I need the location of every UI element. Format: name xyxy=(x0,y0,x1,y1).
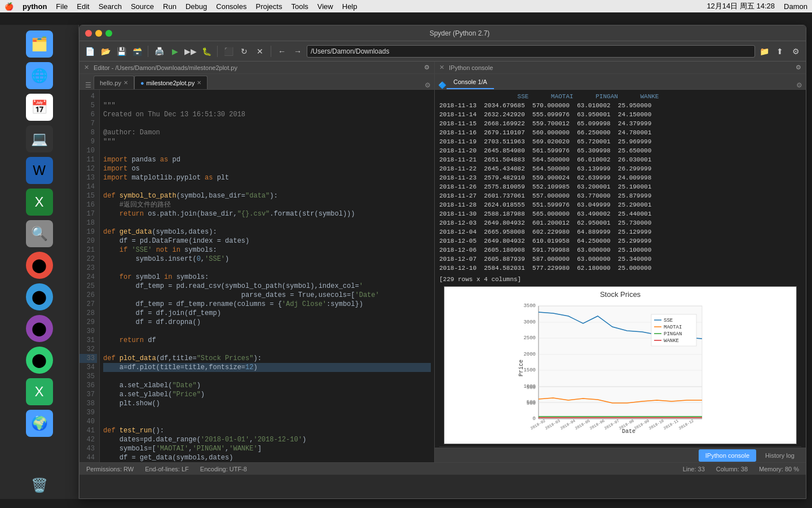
console-content: SSE MAOTAI PINGAN WANKE 2018-11-13 2034.… xyxy=(435,90,806,448)
status-line: Line: 33 xyxy=(683,466,705,472)
xtick-5: 2018-07 xyxy=(603,418,620,431)
word-icon[interactable]: W xyxy=(26,157,53,184)
console-close-icon[interactable]: ✕ xyxy=(439,64,444,71)
console-panel: 🔷 Console 1/A ⚙ SSE MAOTAI PINGAN WANKE … xyxy=(435,74,806,462)
status-column: Column: 38 xyxy=(716,466,748,472)
tab-milestone2plot-py[interactable]: ● milestone2plot.py ✕ xyxy=(134,76,208,89)
system-user: Damon xyxy=(784,2,807,11)
tab-history-log[interactable]: History log xyxy=(758,449,801,462)
app-name: python xyxy=(23,2,47,11)
xtick-7: 2018-09 xyxy=(633,418,650,431)
svg-text:2000: 2000 xyxy=(523,352,536,357)
tab-hello-py[interactable]: hello.py ✕ xyxy=(94,76,134,89)
console-settings-icon[interactable]: ⚙ xyxy=(796,81,802,89)
files-icon[interactable]: ⬤ xyxy=(26,347,53,374)
console-label: ✕ IPython console ⚙ xyxy=(435,62,806,73)
status-encoding: Encoding: UTF-8 xyxy=(200,466,247,472)
menu-file[interactable]: File xyxy=(56,2,68,11)
console-gear-icon[interactable]: ⚙ xyxy=(796,64,801,71)
editor-close-icon[interactable]: ✕ xyxy=(84,64,89,71)
menu-run[interactable]: Run xyxy=(163,2,176,11)
tab-ipython-console[interactable]: IPython console xyxy=(699,449,756,462)
browse-button[interactable]: 📁 xyxy=(757,45,771,58)
data-row-4: 2018-11-19 2703.511963 569.020020 65.720… xyxy=(439,137,801,146)
xtick-4: 2018-06 xyxy=(589,418,605,431)
maximize-button[interactable] xyxy=(105,30,112,37)
legend-maotai-label: MAOTAI xyxy=(664,325,682,330)
trash-icon[interactable]: 🗑️ xyxy=(26,472,53,499)
app3-icon[interactable]: ⬤ xyxy=(26,315,53,342)
data-row-2: 2018-11-15 2668.169922 559.700012 65.099… xyxy=(439,119,801,128)
code-area: 4 5 6 7 8 9 10 11 12 13 14 15 16 17 18 1… xyxy=(80,90,434,462)
excel2-icon[interactable]: X xyxy=(26,378,53,405)
excel-icon[interactable]: X xyxy=(26,189,53,216)
safari-icon[interactable]: 🌐 xyxy=(26,62,53,89)
menu-help[interactable]: Help xyxy=(342,2,358,11)
address-input[interactable] xyxy=(307,45,755,58)
open-file-button[interactable]: 📂 xyxy=(99,45,112,58)
legend-pingan-label: PINGAN xyxy=(664,331,682,337)
apple-menu[interactable]: 🍎 xyxy=(5,2,14,11)
up-dir-button[interactable]: ⬆ xyxy=(773,45,787,58)
menu-projects[interactable]: Projects xyxy=(255,2,282,11)
svg-text:3500: 3500 xyxy=(523,303,536,309)
browser-icon[interactable]: 🌍 xyxy=(26,410,53,437)
minimize-button[interactable] xyxy=(95,30,102,37)
close-button[interactable] xyxy=(85,30,92,37)
menu-source[interactable]: Source xyxy=(131,2,154,11)
app2-icon[interactable]: ⬤ xyxy=(26,283,53,310)
code-content[interactable]: """ Created on Thu Dec 13 16:51:30 2018 … xyxy=(100,90,434,462)
spotlight-icon[interactable]: 🔍 xyxy=(26,220,53,247)
terminal-icon[interactable]: 💻 xyxy=(26,125,53,152)
menu-view[interactable]: View xyxy=(317,2,333,11)
tab-milestone2plot-py-close[interactable]: ✕ xyxy=(197,80,201,86)
menu-edit[interactable]: Edit xyxy=(77,2,89,11)
clear-button[interactable]: ✕ xyxy=(253,45,267,58)
data-row-17: 2018-12-07 2605.887939 587.000000 63.000… xyxy=(439,255,801,264)
stop-button[interactable]: ⬛ xyxy=(222,45,235,58)
back-button[interactable]: ← xyxy=(275,45,289,58)
svg-text:2500: 2500 xyxy=(523,335,536,341)
menu-tools[interactable]: Tools xyxy=(291,2,308,11)
svg-text:1000: 1000 xyxy=(523,384,536,389)
data-row-10: 2018-11-27 2601.737061 557.000000 63.770… xyxy=(439,191,801,200)
svg-text:500: 500 xyxy=(527,400,536,405)
menu-consoles[interactable]: Consoles xyxy=(216,2,246,11)
finder-icon[interactable]: 🗂️ xyxy=(26,30,53,58)
data-row-14: 2018-12-04 2665.958008 602.229980 64.889… xyxy=(439,227,801,237)
tab-settings-icon[interactable]: ⚙ xyxy=(425,81,431,89)
menu-debug[interactable]: Debug xyxy=(186,2,207,11)
forward-button[interactable]: → xyxy=(291,45,304,58)
run-selection-button[interactable]: ▶▶ xyxy=(184,45,197,58)
tab-console-1a[interactable]: Console 1/A xyxy=(447,76,494,89)
new-file-button[interactable]: 📄 xyxy=(83,45,96,58)
xtick-10: 2018-12 xyxy=(678,418,694,431)
left-sidebar: 🗂️ 🌐 📅 💻 W X 🔍 ⬤ ⬤ ⬤ ⬤ X 🌍 🗑️ xyxy=(0,25,79,499)
rows-cols-info: [229 rows x 4 columns] xyxy=(439,275,801,284)
menu-search[interactable]: Search xyxy=(99,2,122,11)
save-file-button[interactable]: 💾 xyxy=(114,45,128,58)
status-memory: Memory: 80 % xyxy=(759,466,799,472)
data-header: SSE MAOTAI PINGAN WANKE xyxy=(439,92,801,101)
toolbar-separator-1 xyxy=(148,46,148,57)
debug-button[interactable]: 🐛 xyxy=(200,45,213,58)
settings-button[interactable]: ⚙ xyxy=(789,45,802,58)
main-window: Spyder (Python 2.7) 📄 📂 💾 🗃️ 🖨️ ▶ ▶▶ 🐛 ⬛… xyxy=(79,25,806,499)
data-row-6: 2018-11-21 2651.504883 564.500000 66.010… xyxy=(439,155,801,164)
status-bar: Permissions: RW End-of-lines: LF Encodin… xyxy=(80,462,806,475)
data-row-15: 2018-12-05 2649.804932 610.019958 64.250… xyxy=(439,237,801,246)
print-button[interactable]: 🖨️ xyxy=(152,45,166,58)
toolbar: 📄 📂 💾 🗃️ 🖨️ ▶ ▶▶ 🐛 ⬛ ↻ ✕ ← → 📁 ⬆ ⚙ xyxy=(80,41,806,62)
tab-hello-py-close[interactable]: ✕ xyxy=(123,80,128,86)
window-title: Spyder (Python 2.7) xyxy=(119,29,800,37)
save-all-button[interactable]: 🗃️ xyxy=(130,45,144,58)
plot-area: Stock Prices Price Date 500 xyxy=(444,286,797,444)
xtick-9: 2018-11 xyxy=(663,418,679,431)
app1-icon[interactable]: ⬤ xyxy=(26,252,53,279)
editor-nav-left[interactable]: ☰ xyxy=(83,81,94,89)
xtick-8: 2018-10 xyxy=(648,418,664,431)
reload-button[interactable]: ↻ xyxy=(237,45,251,58)
editor-gear-icon[interactable]: ⚙ xyxy=(424,64,430,71)
calendar-icon[interactable]: 📅 xyxy=(26,94,53,121)
run-file-button[interactable]: ▶ xyxy=(168,45,182,58)
